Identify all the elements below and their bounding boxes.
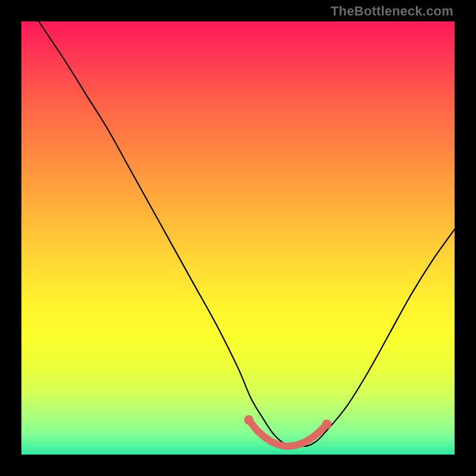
optimal-range-dot [306,436,313,443]
chart-container: TheBottleneck.com [0,0,476,476]
optimal-range-dot [289,442,296,449]
optimal-range-dot [315,430,322,437]
watermark-text: TheBottleneck.com [331,4,453,19]
optimal-range-dot [254,427,261,434]
bottleneck-curve [39,21,455,446]
optimal-range-dot [280,442,287,449]
chart-svg [21,21,455,455]
plot-area [21,21,455,455]
optimal-range-dot [271,440,278,447]
optimal-range-markers [244,415,331,450]
optimal-range-dot [322,419,331,429]
optimal-range-dot [244,415,253,425]
optimal-range-dot [298,440,305,447]
optimal-range-dot [262,434,270,441]
